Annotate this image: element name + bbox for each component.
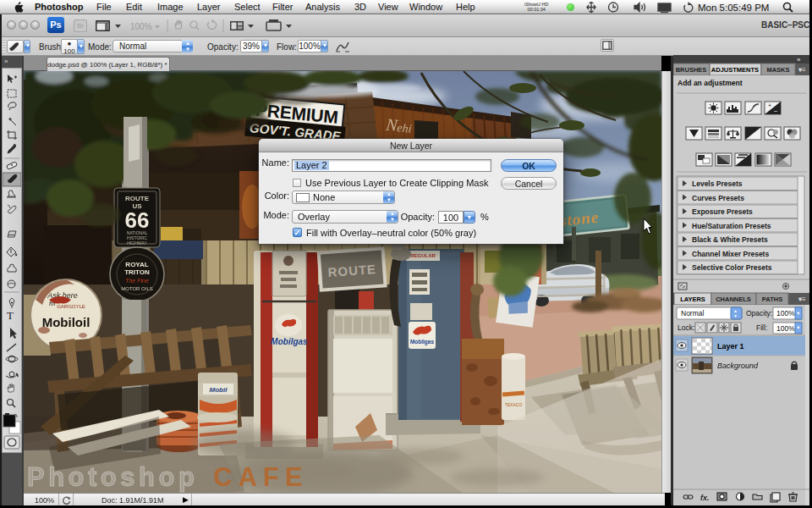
svg-text:Mon 5:05:49 PM: Mon 5:05:49 PM — [698, 3, 769, 13]
svg-text:Channel Mixer Presets: Channel Mixer Presets — [692, 250, 769, 258]
svg-text:REGULAR: REGULAR — [410, 253, 436, 258]
svg-text:Selective Color Presets: Selective Color Presets — [692, 263, 772, 272]
svg-text:ADJUSTMENTS: ADJUSTMENTS — [711, 66, 759, 74]
svg-text:MASKS: MASKS — [766, 66, 789, 74]
svg-text:TEXACO: TEXACO — [505, 402, 523, 407]
svg-text:Mobil: Mobil — [210, 386, 228, 394]
svg-text:MOTOR OILS: MOTOR OILS — [121, 286, 153, 291]
svg-text:+: + — [768, 102, 771, 108]
svg-text:Hue/Saturation Presets: Hue/Saturation Presets — [692, 222, 771, 230]
svg-text:Photoshop: Photoshop — [27, 462, 198, 492]
svg-text:HIGHWAY: HIGHWAY — [127, 240, 147, 246]
svg-text:Mobilgas: Mobilgas — [271, 337, 308, 346]
svg-text:T: T — [7, 309, 14, 322]
svg-text:Mobilgas: Mobilgas — [410, 339, 435, 345]
svg-text:Add an adjustment: Add an adjustment — [678, 79, 743, 87]
svg-text:Curves Presets: Curves Presets — [692, 194, 744, 202]
svg-text:ROUTE: ROUTE — [125, 195, 150, 202]
svg-text:Background: Background — [717, 362, 759, 370]
svg-text:CHANNELS: CHANNELS — [716, 295, 751, 303]
svg-text:BRUSHES: BRUSHES — [676, 66, 707, 74]
svg-text:66: 66 — [125, 207, 150, 233]
svg-text:▾≡: ▾≡ — [798, 295, 806, 303]
svg-text:ROYAL: ROYAL — [125, 261, 148, 268]
svg-text:CAFE: CAFE — [213, 462, 308, 492]
svg-text:100%: 100% — [776, 309, 795, 318]
svg-text:▼: ▼ — [796, 311, 800, 316]
svg-text:Normal: Normal — [681, 309, 705, 318]
svg-text:Black & White Presets: Black & White Presets — [692, 235, 768, 244]
svg-text:Opacity:: Opacity: — [746, 309, 772, 318]
svg-text:LAYERS: LAYERS — [680, 295, 705, 303]
svg-text:GARGOYLE: GARGOYLE — [57, 304, 85, 309]
svg-text:»: » — [797, 56, 801, 64]
svg-text:Mobiloil: Mobiloil — [42, 315, 91, 329]
svg-text:▼: ▼ — [733, 313, 738, 318]
svg-text:100%: 100% — [130, 22, 152, 31]
svg-text:▾≡: ▾≡ — [798, 66, 806, 74]
svg-text:PATHS: PATHS — [762, 295, 782, 303]
svg-text:Fill:: Fill: — [756, 323, 767, 332]
svg-text:TRITON: TRITON — [124, 268, 150, 276]
svg-text:The Fine: The Fine — [125, 278, 149, 284]
svg-text:–: – — [774, 108, 777, 113]
svg-text:Layer 1: Layer 1 — [717, 342, 744, 351]
svg-text:fx.: fx. — [700, 494, 710, 502]
svg-text:▼: ▼ — [796, 325, 800, 330]
svg-text:Lock:: Lock: — [678, 323, 694, 332]
svg-text:Exposure Presets: Exposure Presets — [692, 207, 753, 216]
svg-text:100%: 100% — [776, 324, 795, 333]
svg-text:Levels Presets: Levels Presets — [692, 179, 743, 188]
